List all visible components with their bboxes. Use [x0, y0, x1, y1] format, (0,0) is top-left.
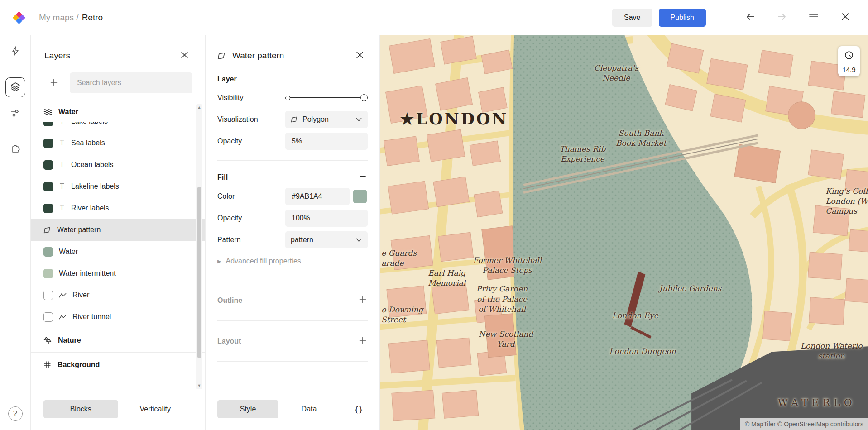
layer-item-lakeline-labels[interactable]: TLakeline labels — [31, 176, 205, 197]
layer-properties-panel: Water pattern Layer Visibility Visualiz — [206, 35, 380, 430]
add-layer-button[interactable] — [43, 72, 64, 93]
visibility-label: Visibility — [217, 94, 285, 102]
layer-group-water[interactable]: Water — [31, 101, 205, 122]
visualization-label: Visualization — [217, 115, 285, 124]
tab-data[interactable]: Data — [278, 400, 340, 418]
advanced-fill-properties-toggle[interactable]: ▶ Advanced fill properties — [206, 251, 379, 272]
menu-button[interactable] — [804, 8, 824, 28]
publish-button[interactable]: Publish — [659, 9, 706, 27]
layer-item-ocean-labels[interactable]: TOcean labels — [31, 154, 205, 176]
pattern-dropdown[interactable]: pattern — [285, 231, 368, 248]
slider-max-handle[interactable] — [360, 94, 368, 101]
layer-group-label: Nature — [58, 336, 81, 344]
visualization-dropdown[interactable]: Polygon — [285, 111, 368, 128]
scroll-up-arrow[interactable]: ▲ — [197, 104, 201, 111]
rail-divider — [9, 69, 22, 69]
fill-color-label: Color — [217, 192, 285, 201]
close-icon — [355, 51, 364, 61]
text-label-icon: T — [59, 161, 65, 169]
polygon-icon — [217, 52, 226, 60]
collapse-fill-button[interactable] — [356, 170, 369, 185]
outline-section-heading: Outline — [217, 296, 242, 305]
polyline-icon — [59, 314, 67, 320]
layers-icon — [10, 81, 21, 94]
layer-item-river[interactable]: River — [31, 284, 205, 306]
layer-color-swatch — [43, 291, 53, 300]
layer-item-river-tunnel[interactable]: River tunnel — [31, 306, 205, 328]
layer-color-swatch — [43, 160, 53, 170]
redo-button[interactable] — [772, 8, 792, 28]
expand-outline-button[interactable] — [356, 293, 369, 308]
layers-tool-button[interactable] — [5, 77, 25, 97]
layer-color-swatch — [43, 182, 53, 191]
waves-icon — [43, 108, 52, 115]
layer-item-water[interactable]: Water — [31, 241, 205, 263]
layer-item-label: Lakeline labels — [71, 182, 119, 191]
hamburger-icon — [809, 12, 819, 23]
breadcrumb: My maps / Retro — [39, 13, 103, 23]
scrollbar-track[interactable] — [196, 111, 202, 382]
layer-item-water-pattern[interactable]: Water pattern — [31, 219, 205, 241]
layer-item-label: Lake labels — [71, 122, 108, 125]
visibility-slider[interactable] — [285, 89, 368, 106]
layer-item-river-labels[interactable]: TRiver labels — [31, 197, 205, 219]
close-layers-panel-button[interactable] — [178, 49, 191, 62]
layers-scrollbar[interactable]: ▲ ▼ — [196, 104, 202, 389]
arrow-right-icon — [777, 12, 787, 23]
maptiler-logo-icon[interactable] — [11, 10, 27, 26]
search-layers-input[interactable] — [70, 72, 192, 93]
clock-icon — [844, 50, 854, 62]
rail-divider — [9, 131, 22, 131]
question-mark-icon: ? — [13, 409, 17, 418]
save-button[interactable]: Save — [612, 9, 652, 27]
fill-color-swatch[interactable] — [353, 190, 367, 203]
fill-pattern-label: Pattern — [217, 236, 285, 244]
tab-verticality[interactable]: Verticality — [118, 400, 193, 418]
properties-panel-title: Water pattern — [232, 51, 347, 61]
layer-opacity-input[interactable] — [285, 133, 368, 150]
layer-item-label: Water — [59, 248, 78, 256]
layer-group-nature[interactable]: Nature — [31, 328, 205, 352]
lightning-icon — [10, 46, 20, 58]
plugins-button[interactable] — [5, 139, 25, 159]
close-editor-button[interactable] — [835, 8, 855, 28]
layer-group-label: Water — [58, 108, 78, 116]
breadcrumb-parent[interactable]: My maps / — [39, 13, 79, 23]
properties-bottom-tabs: Style Data {} — [206, 393, 379, 430]
close-icon — [840, 12, 850, 23]
settings-sliders-button[interactable] — [5, 104, 25, 124]
scrollbar-thumb[interactable] — [197, 187, 201, 358]
help-button[interactable]: ? — [8, 406, 23, 421]
chevron-down-icon — [355, 115, 362, 124]
clipped-layer-row[interactable]: TLake labels — [31, 122, 205, 132]
text-label-icon: T — [59, 204, 65, 212]
layer-group-background[interactable]: Background — [31, 352, 205, 377]
close-properties-button[interactable] — [354, 49, 366, 62]
fill-opacity-input[interactable] — [285, 210, 368, 227]
layer-item-water-intermittent[interactable]: Water intermittent — [31, 263, 205, 284]
tab-style[interactable]: Style — [217, 400, 278, 418]
layers-list: WaterTLake labelsTSea labelsTOcean label… — [31, 101, 205, 393]
map-attribution[interactable]: © MapTiler © OpenStreetMap contributors — [740, 418, 868, 430]
scroll-down-arrow[interactable]: ▼ — [197, 382, 201, 389]
undo-button[interactable] — [740, 8, 760, 28]
fill-opacity-label: Opacity — [217, 214, 285, 222]
divider — [217, 160, 368, 161]
layer-item-label: Sea labels — [71, 139, 105, 147]
json-code-button[interactable]: {} — [350, 400, 368, 418]
layer-item-sea-labels[interactable]: TSea labels — [31, 132, 205, 154]
slider-min-handle[interactable] — [285, 96, 290, 100]
layer-color-swatch — [43, 139, 53, 148]
expand-layout-button[interactable] — [356, 334, 369, 349]
divider — [217, 320, 368, 321]
chevron-down-icon — [355, 236, 362, 244]
quick-actions-button[interactable] — [5, 42, 25, 62]
fill-color-input[interactable] — [285, 188, 350, 205]
layer-item-lake-labels[interactable]: TLake labels — [31, 122, 205, 132]
plus-icon — [50, 78, 58, 88]
map-canvas[interactable]: Cleopatra'sNeedle★LONDONSouth BankBook M… — [380, 35, 868, 430]
slider-track[interactable] — [290, 97, 360, 98]
tab-blocks[interactable]: Blocks — [43, 400, 118, 418]
zoom-indicator[interactable]: 14.9 — [838, 46, 860, 76]
layer-item-label: Ocean labels — [71, 161, 113, 169]
